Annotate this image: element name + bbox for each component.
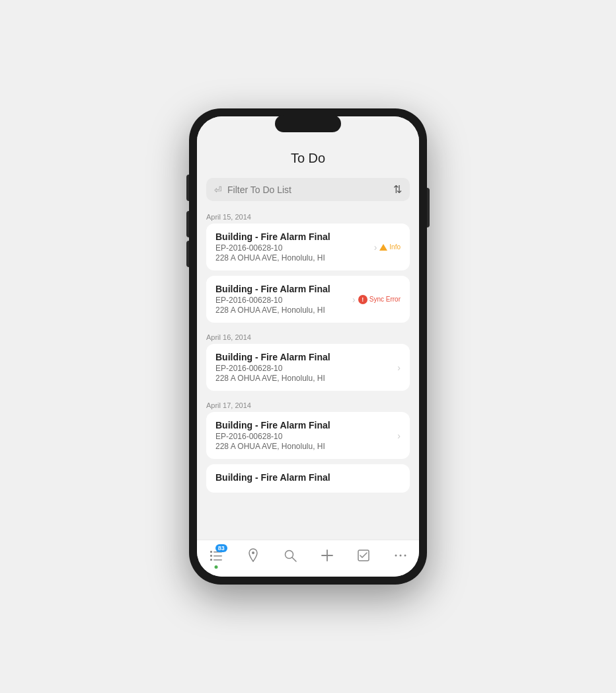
- chevron-right-icon: ›: [352, 294, 356, 305]
- map-pin-icon: [247, 548, 260, 566]
- plus-icon: [321, 549, 334, 565]
- card-permit: EP-2016-00628-10: [215, 243, 374, 253]
- card-address: 228 A OHUA AVE, Honolulu, HI: [215, 306, 352, 315]
- filter-icon: ⏎: [214, 184, 222, 195]
- sort-icon[interactable]: ⇅: [393, 183, 402, 196]
- date-label-2: April 16, 2014: [206, 328, 410, 344]
- list-area[interactable]: April 15, 2014 Building - Fire Alarm Fin…: [197, 208, 419, 540]
- chevron-right-icon: ›: [397, 362, 401, 373]
- date-label-1: April 15, 2014: [206, 208, 410, 224]
- card-actions: › ! Sync Error: [352, 294, 401, 305]
- phone-frame: To Do ⏎ ⇅ April 15, 2014 Building - Fire…: [189, 108, 427, 585]
- card-actions: ›: [397, 362, 401, 373]
- card-address: 228 A OHUA AVE, Honolulu, HI: [215, 253, 374, 263]
- status-badge-info: Info: [379, 243, 401, 251]
- card-title: Building - Fire Alarm Final: [215, 420, 397, 430]
- partial-list-item[interactable]: Building - Fire Alarm Final: [206, 464, 410, 493]
- nav-item-list[interactable]: 83: [204, 546, 229, 569]
- svg-rect-4: [210, 559, 212, 561]
- nav-item-map[interactable]: [241, 546, 265, 569]
- list-item[interactable]: Building - Fire Alarm Final EP-2016-0062…: [206, 344, 410, 391]
- card-content: Building - Fire Alarm Final EP-2016-0062…: [215, 420, 397, 451]
- svg-line-8: [292, 557, 296, 561]
- phone-screen: To Do ⏎ ⇅ April 15, 2014 Building - Fire…: [197, 116, 419, 577]
- search-icon: [284, 549, 297, 565]
- chevron-right-icon: ›: [374, 242, 377, 253]
- card-permit: EP-2016-00628-10: [215, 364, 397, 373]
- card-title: Building - Fire Alarm Final: [215, 352, 397, 362]
- list-item[interactable]: Building - Fire Alarm Final EP-2016-0062…: [206, 276, 410, 323]
- card-address: 228 A OHUA AVE, Honolulu, HI: [215, 442, 397, 451]
- card-title: Building - Fire Alarm Final: [215, 284, 352, 294]
- error-circle-icon: !: [358, 295, 367, 304]
- nav-item-check[interactable]: [352, 546, 375, 568]
- svg-rect-0: [210, 551, 212, 553]
- svg-point-14: [404, 555, 406, 557]
- svg-point-13: [400, 555, 402, 557]
- check-square-icon: [357, 549, 370, 565]
- ellipsis-icon: [394, 549, 407, 565]
- page-title: To Do: [210, 151, 406, 166]
- card-actions: ›: [397, 430, 401, 441]
- status-badge-error: ! Sync Error: [358, 295, 401, 304]
- card-content: Building - Fire Alarm Final EP-2016-0062…: [215, 284, 352, 315]
- partial-card-title: Building - Fire Alarm Final: [215, 472, 401, 483]
- card-content: Building - Fire Alarm Final EP-2016-0062…: [215, 231, 374, 263]
- list-badge: 83: [215, 544, 227, 552]
- search-input[interactable]: [227, 184, 388, 195]
- list-item[interactable]: Building - Fire Alarm Final EP-2016-0062…: [206, 224, 410, 270]
- nav-item-search[interactable]: [278, 546, 302, 568]
- card-actions: › Info: [374, 242, 401, 253]
- svg-rect-5: [213, 559, 222, 561]
- search-bar[interactable]: ⏎ ⇅: [206, 178, 410, 201]
- nav-active-dot: [214, 565, 217, 569]
- svg-rect-3: [213, 555, 222, 557]
- phone-notch: [275, 115, 341, 132]
- bottom-nav: 83: [197, 540, 419, 577]
- svg-point-12: [395, 555, 397, 557]
- date-label-3: April 17, 2014: [206, 396, 410, 412]
- nav-item-more[interactable]: [389, 546, 412, 568]
- screen-content: To Do ⏎ ⇅ April 15, 2014 Building - Fire…: [197, 116, 419, 577]
- list-item[interactable]: Building - Fire Alarm Final EP-2016-0062…: [206, 412, 410, 459]
- card-address: 228 A OHUA AVE, Honolulu, HI: [215, 374, 397, 383]
- nav-item-add[interactable]: [315, 546, 339, 568]
- card-permit: EP-2016-00628-10: [215, 432, 397, 441]
- card-content: Building - Fire Alarm Final EP-2016-0062…: [215, 352, 397, 383]
- warning-triangle-icon: [379, 244, 387, 251]
- card-permit: EP-2016-00628-10: [215, 296, 352, 305]
- svg-point-6: [252, 551, 254, 554]
- card-title: Building - Fire Alarm Final: [215, 231, 374, 242]
- chevron-right-icon: ›: [397, 430, 401, 441]
- svg-rect-2: [210, 555, 212, 557]
